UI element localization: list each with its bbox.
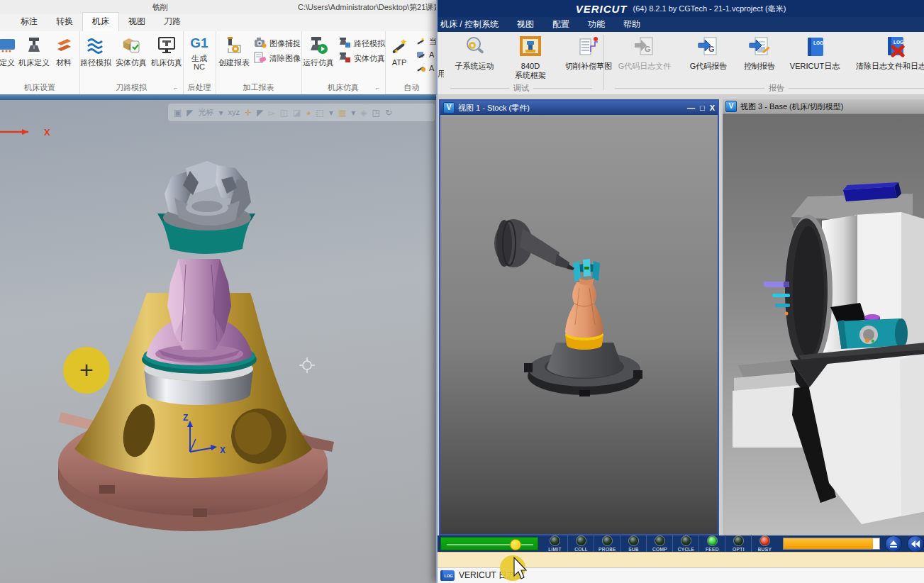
clear-images-button[interactable]: 清除图像 [252,51,302,66]
view1-maximize-button[interactable]: □ [700,103,705,113]
mastercam-ribbon: 定义 机床定义 材料 机床设置 [0,31,438,95]
menu-help[interactable]: 帮助 [623,18,640,30]
mastercam-viewport[interactable]: ▣ ◤ 光标 ▾ xyz ✛ ◤ ▻ ◫ ◪ ◕ ⬚ ▾ ▦ ▾ ◈ ◳ ↻ [0,100,438,583]
progress-fill [784,538,872,549]
tab-view[interactable]: 视图 [119,13,155,31]
backplot-small-button[interactable]: 路径模拟 [337,36,386,51]
toolbar-separator [603,35,604,90]
menu-configure[interactable]: 配置 [552,18,569,30]
group-automation: ATP 当 A A [385,31,438,94]
tab-machine[interactable]: 机床 [82,12,119,31]
group-label-post: 后处理 [183,82,216,93]
view3-canvas[interactable] [723,114,924,536]
indicator-cycle: CYCLE [672,535,698,553]
probe-light-icon [602,535,613,546]
toolpath-sim-launcher[interactable]: ⌐ [174,85,181,92]
view1-canvas[interactable] [440,115,718,534]
stock-model [440,115,718,534]
logger-label: VERICUT 日志器 [459,570,524,582]
view3-titlebar[interactable]: V 视图 3 - Base (机床/切削模型) [723,99,924,114]
machine-simulation-launcher[interactable]: ⌐ [376,85,383,92]
subsystem-motion-icon [462,35,486,59]
clear-logs-button[interactable]: LOG 清除日志文件和日志器 [847,35,924,71]
view1-close-button[interactable]: X [710,103,715,113]
mastercam-titlebar: 铣削 C:\Users\Administrator\Desktop\第21课素材… [0,0,438,14]
opti-light-icon [733,535,744,546]
machine-sim-monitor-icon [156,35,177,56]
vericut-toolbar: 用 子系统运动 840D 系统框架 切削补 [438,32,924,95]
svg-text:LOG: LOG [894,40,903,45]
coll-light-icon [576,535,586,546]
control-def-button-partial[interactable]: 定义 [0,33,16,67]
create-report-button[interactable]: 创建报表 [218,33,250,67]
840d-frames-button[interactable]: 840D 系统框架 [507,35,554,80]
verify-solid-icon [121,35,142,56]
menu-view[interactable]: 视图 [517,18,534,30]
group-label-debug: 调试 [450,83,592,94]
group-machine-setup: 定义 机床定义 材料 机床设置 [0,31,80,94]
group-label-machine-setup: 机床设置 [0,82,79,93]
menu-machine-control[interactable]: 机床 / 控制系统 [440,18,499,30]
logger-log-icon: LOG [440,570,455,581]
machine-definition-button[interactable]: 机床定义 [17,33,51,67]
automation-partial-button-3[interactable]: A [415,62,438,75]
backplot-button[interactable]: 路径模拟 [79,33,112,67]
control-report-button[interactable]: 控制报告 [737,35,782,71]
vericut-statusbar: LIMIT COLL PROBE SUB COMP [438,535,924,552]
feed-light-icon [707,535,718,546]
click-highlight: + [63,347,110,394]
vericut-log-button[interactable]: LOG VERICUT日志 [785,35,845,71]
indicator-comp: COMP [646,535,672,553]
svg-text:LOG: LOG [813,40,823,45]
simulation-progress-bar [783,538,880,550]
view1-titlebar[interactable]: V 视图 1 - Stock (零件) — □ X [440,101,718,115]
control-report-icon [747,35,772,59]
subsystem-motion-button[interactable]: 子系统运动 [447,35,501,71]
tab-toolpath[interactable]: 刀路 [155,13,190,31]
machine-definition-icon [23,35,45,56]
atp-button[interactable]: ATP [386,33,412,75]
group-toolpath-sim: 路径模拟 实体仿真 机床仿真 刀路模拟 [79,31,184,94]
automation-partial-button-2[interactable]: A [415,48,438,62]
indicator-coll: COLL [567,535,594,553]
speed-slider[interactable] [440,537,538,550]
vericut-logger-bar[interactable]: LOG VERICUT 日志器 [438,567,924,583]
view1-minimize-button[interactable]: — [687,103,695,113]
slider-knob[interactable] [510,539,521,550]
part-model-canvas[interactable]: Z X [0,100,436,583]
verify-button[interactable]: 实体仿真 [115,33,147,67]
single-step-button[interactable] [885,535,902,553]
indicator-sub: SUB [620,535,646,553]
tab-transform[interactable]: 转换 [47,13,82,31]
rewind-button[interactable] [907,535,924,553]
view1-window: V 视图 1 - Stock (零件) — □ X [439,99,719,535]
material-button[interactable]: 材料 [52,33,76,67]
verify-small-button[interactable]: 实体仿真 [337,51,386,66]
toolbar-clipped-button[interactable]: 用 [438,69,444,79]
group-label-toolpath-sim: 刀路模拟 [79,82,183,93]
automation-partial-button-1[interactable]: 当 [415,35,438,48]
capture-image-icon [254,37,267,51]
machine-model [723,114,924,536]
group-post: G1 生成 NC 后处理 [183,31,216,94]
material-icon [53,35,74,56]
generate-nc-button[interactable]: G1 生成 NC [184,33,214,71]
gcode-report-button[interactable]: G G代码报告 [681,35,735,71]
vericut-titlebar[interactable]: VERICUT (64) 8.2.1 by CGTech - 21-1.vcpr… [438,0,924,17]
run-simulation-button[interactable]: 运行仿真 [303,33,334,67]
capture-image-button[interactable]: 图像捕捉 [252,36,302,51]
840d-label-line2: 系统框架 [515,71,546,79]
gcode-log-file-button[interactable]: G G代码日志文件 [611,35,679,71]
group-label-machine-simulation: 机床仿真 [301,82,385,93]
view3-title: 视图 3 - Base (机床/切削模型) [740,101,843,112]
tab-annotate[interactable]: 标注 [11,13,47,31]
menu-function[interactable]: 功能 [588,18,605,30]
view3-window: V 视图 3 - Base (机床/切削模型) [723,99,924,535]
machine-sim-button[interactable]: 机床仿真 [150,33,183,67]
backplot-small-icon [338,37,351,51]
vericut-menubar: 机床 / 控制系统 视图 配置 功能 帮助 [438,17,924,32]
group-reports: 创建报表 图像捕捉 清除图像 [216,31,302,94]
clear-images-icon [254,52,267,66]
group-label-reports: 加工报表 [216,82,301,93]
840d-label-line1: 840D [521,62,540,70]
